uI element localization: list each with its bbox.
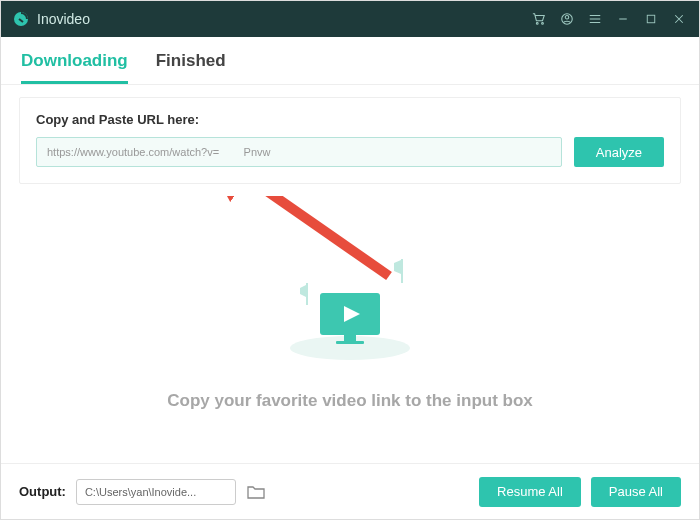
tab-finished[interactable]: Finished — [156, 51, 226, 84]
cart-icon[interactable] — [531, 11, 547, 27]
output-label: Output: — [19, 484, 66, 499]
minimize-icon[interactable] — [615, 11, 631, 27]
svg-point-2 — [542, 23, 544, 25]
app-window: Inovideo Downloading Fin — [0, 0, 700, 520]
analyze-button[interactable]: Analyze — [574, 137, 664, 167]
url-input-card: Copy and Paste URL here: Analyze — [19, 97, 681, 184]
svg-rect-11 — [344, 335, 356, 341]
pause-all-button[interactable]: Pause All — [591, 477, 681, 507]
svg-rect-12 — [336, 341, 364, 344]
output-path-field[interactable]: C:\Users\yan\Inovide... — [76, 479, 236, 505]
user-icon[interactable] — [559, 11, 575, 27]
app-logo-icon — [13, 11, 29, 27]
empty-message: Copy your favorite video link to the inp… — [167, 391, 533, 411]
svg-point-1 — [536, 23, 538, 25]
folder-icon[interactable] — [246, 482, 266, 502]
app-brand: Inovideo — [13, 11, 90, 27]
menu-icon[interactable] — [587, 11, 603, 27]
tab-downloading[interactable]: Downloading — [21, 51, 128, 84]
app-title: Inovideo — [37, 11, 90, 27]
tabs: Downloading Finished — [1, 37, 699, 85]
maximize-icon[interactable] — [643, 11, 659, 27]
svg-rect-8 — [306, 283, 308, 305]
svg-rect-9 — [401, 259, 403, 283]
empty-illustration — [270, 243, 430, 363]
url-card-label: Copy and Paste URL here: — [36, 112, 664, 127]
svg-point-4 — [565, 16, 569, 20]
close-icon[interactable] — [671, 11, 687, 27]
url-input[interactable] — [36, 137, 562, 167]
svg-rect-5 — [647, 15, 655, 23]
empty-state: Copy your favorite video link to the inp… — [1, 196, 699, 463]
footer: Output: C:\Users\yan\Inovide... Resume A… — [1, 463, 699, 519]
titlebar-controls — [531, 11, 687, 27]
titlebar: Inovideo — [1, 1, 699, 37]
resume-all-button[interactable]: Resume All — [479, 477, 581, 507]
